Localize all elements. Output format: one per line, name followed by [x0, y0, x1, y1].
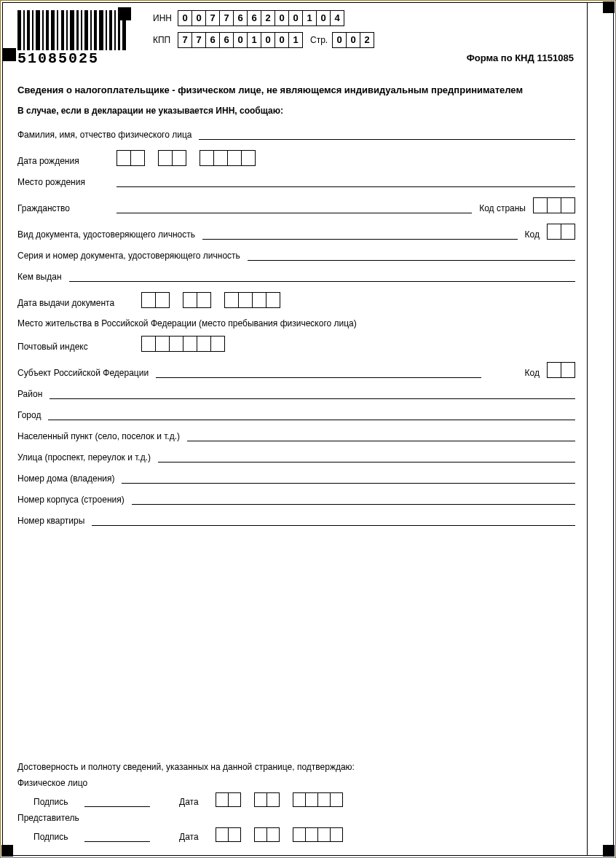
svg-rect-0: [17, 10, 21, 50]
sign-field-representative[interactable]: [84, 831, 150, 842]
page-cell: 0: [346, 32, 360, 48]
field-settlement[interactable]: [187, 430, 575, 441]
doc-date-cells[interactable]: [141, 292, 280, 308]
page-sheet: 51085025 ИНН 0 0 7 7 6 6 2 0 0 1: [0, 0, 616, 858]
label-doc-serial: Серия и номер документа, удостоверяющего…: [17, 251, 248, 261]
inn-cell: 7: [205, 10, 220, 26]
label-district: Район: [17, 389, 50, 399]
alignment-marker: [603, 1, 615, 13]
inn-cell: 0: [288, 10, 303, 26]
field-pob[interactable]: [117, 176, 575, 187]
alignment-marker: [603, 845, 615, 857]
svg-rect-22: [122, 10, 126, 50]
svg-rect-15: [90, 10, 92, 50]
inn-label: ИНН: [153, 13, 178, 23]
dob-cells[interactable]: [117, 150, 256, 166]
page-cell: 2: [360, 32, 374, 48]
label-building: Номер корпуса (строения): [17, 495, 132, 505]
field-house[interactable]: [122, 473, 575, 484]
field-city[interactable]: [48, 409, 575, 420]
svg-rect-12: [76, 10, 79, 50]
country-code-cells[interactable]: [533, 197, 575, 213]
alignment-marker: [3, 48, 16, 61]
doc-code-cells[interactable]: [547, 224, 575, 240]
kpp-label: КПП: [153, 35, 178, 45]
footer-block: Достоверность и полноту сведений, указан…: [17, 762, 571, 848]
date-label: Дата: [179, 832, 216, 842]
main-content: 51085025 ИНН 0 0 7 7 6 6 2 0 0 1: [3, 3, 587, 855]
svg-rect-8: [57, 10, 58, 50]
svg-rect-16: [94, 10, 97, 50]
kpp-cell: 1: [247, 32, 261, 48]
label-zip: Почтовый индекс: [17, 342, 141, 352]
kpp-cells: 7 7 6 6 0 1 0 0 1: [178, 32, 303, 48]
subject-code-cells[interactable]: [547, 362, 575, 378]
inn-cell: 4: [330, 10, 344, 26]
label-subject: Субъект Российской Федерации: [17, 368, 156, 378]
kpp-cell: 6: [205, 32, 220, 48]
field-street[interactable]: [158, 452, 575, 463]
inn-cell: 0: [275, 10, 289, 26]
field-building[interactable]: [132, 494, 575, 505]
label-residence: Место жительства в Российской Федерации …: [17, 318, 364, 328]
field-flat[interactable]: [92, 515, 575, 526]
svg-rect-7: [51, 10, 55, 50]
field-fio[interactable]: [199, 129, 575, 140]
field-doc-type[interactable]: [202, 229, 518, 240]
svg-rect-6: [46, 10, 49, 50]
inn-cell: 7: [219, 10, 234, 26]
date-label: Дата: [179, 797, 216, 807]
svg-rect-1: [23, 10, 25, 50]
label-code: Код: [518, 229, 547, 240]
label-street: Улица (проспект, переулок и т.д.): [17, 452, 158, 463]
svg-rect-4: [36, 10, 40, 50]
field-citizenship[interactable]: [117, 202, 472, 213]
field-issued-by[interactable]: [69, 271, 575, 282]
label-flat: Номер квартиры: [17, 516, 92, 526]
section-subtitle: В случае, если в декларации не указывает…: [17, 106, 575, 116]
kpp-cell: 6: [219, 32, 234, 48]
inn-cells: 0 0 7 7 6 6 2 0 0 1 0 4: [178, 10, 344, 26]
sign-label: Подпись: [33, 832, 84, 842]
label-issued-by: Кем выдан: [17, 272, 69, 282]
field-district[interactable]: [50, 388, 575, 399]
kpp-cell: 7: [178, 32, 192, 48]
inn-cell: 1: [302, 10, 317, 26]
confirm-text: Достоверность и полноту сведений, указан…: [17, 762, 571, 772]
field-subject[interactable]: [156, 367, 481, 378]
field-doc-serial[interactable]: [248, 250, 575, 261]
representative-label: Представитель: [17, 813, 571, 823]
svg-rect-14: [84, 10, 88, 50]
label-dob: Дата рождения: [17, 156, 117, 166]
label-pob: Место рождения: [17, 177, 117, 187]
svg-rect-17: [99, 10, 103, 50]
svg-rect-3: [32, 10, 33, 50]
label-country-code: Код страны: [472, 203, 533, 213]
label-subject-code: Код: [518, 368, 547, 378]
kpp-cell: 0: [261, 32, 275, 48]
label-fio: Фамилия, имя, отчество физического лица: [17, 130, 199, 140]
right-margin: [587, 3, 613, 855]
section-title: Сведения о налогоплательщике - физическо…: [17, 84, 575, 95]
svg-rect-10: [66, 10, 68, 50]
individual-label: Физическое лицо: [17, 778, 571, 788]
inn-cell: 6: [247, 10, 261, 26]
label-doc-date: Дата выдачи документа: [17, 298, 141, 308]
kpp-cell: 0: [275, 32, 289, 48]
inn-cell: 0: [178, 10, 192, 26]
svg-rect-11: [70, 10, 74, 50]
sign-label: Подпись: [33, 797, 84, 807]
page-cell: 0: [332, 32, 347, 48]
kpp-cell: 0: [233, 32, 248, 48]
barcode: 51085025: [17, 10, 127, 66]
kpp-cell: 7: [191, 32, 206, 48]
date-individual-cells[interactable]: [216, 792, 343, 807]
knd-code: Форма по КНД 1151085: [467, 52, 574, 63]
zip-cells[interactable]: [141, 336, 225, 352]
sign-field-individual[interactable]: [84, 796, 150, 807]
svg-rect-5: [42, 10, 44, 50]
svg-rect-19: [109, 10, 112, 50]
date-representative-cells[interactable]: [216, 827, 343, 842]
svg-rect-18: [106, 10, 107, 50]
svg-rect-9: [61, 10, 64, 50]
